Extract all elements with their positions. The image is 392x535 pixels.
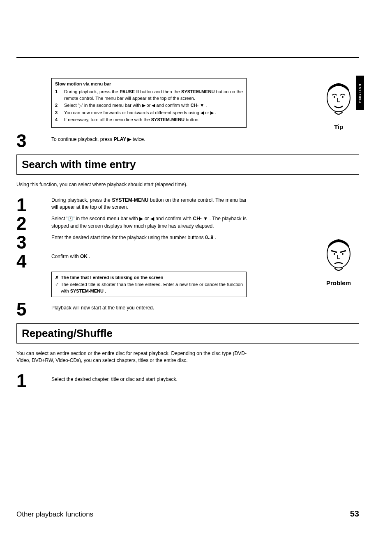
cross-icon: ✗ (55, 274, 61, 281)
tip-illustration: Tip (318, 78, 359, 133)
text-fragment: . (213, 235, 216, 240)
content-area: Slow motion via menu bar 1 During playba… (16, 78, 359, 391)
check-icon: ✓ (55, 281, 61, 288)
face-icon (322, 234, 355, 275)
step-text: Confirm with OK . (51, 253, 247, 270)
text-fragment: To continue playback, press (51, 136, 113, 142)
tip-step-number: 2 (55, 102, 64, 109)
tip-box-title: Slow motion via menu bar (55, 81, 243, 87)
text-fragment: Enter the desired start time for the pla… (51, 235, 205, 240)
text-fragment: Confirm with (51, 254, 80, 259)
page: ENGLISH Slow motion via menu bar 1 Durin… (0, 0, 392, 535)
text-fragment: During playback, press the (64, 89, 120, 94)
problem-title: The time that I entered is blinking on t… (61, 274, 163, 281)
text-fragment: During playback, press the (51, 197, 112, 203)
step-number: 3 (16, 133, 26, 149)
tip-box: Slow motion via menu bar 1 During playba… (51, 78, 247, 128)
button-label: PAUSE II (120, 89, 139, 94)
button-label: SYSTEM-MENU (151, 117, 184, 122)
tip-step-text: If necessary, turn off the menu line wit… (64, 117, 243, 123)
step-number: 3 (16, 234, 26, 251)
button-label: 0..9 (205, 235, 213, 240)
text-fragment: ' in the second menu bar with ▶ or ◀ and… (82, 103, 191, 108)
step-text: Playback will now start at the time you … (51, 301, 247, 318)
problem-caption: Problem (318, 279, 359, 286)
page-number: 53 (350, 509, 359, 519)
step-text: Select the desired chapter, title or dis… (51, 373, 247, 389)
step-number: 2 (16, 215, 26, 232)
tip-caption: Tip (318, 123, 359, 130)
section-heading-box: Search with time entry (16, 155, 359, 175)
page-footer: Other playback functions 53 (16, 509, 359, 519)
tip-step-text: Select '▷' in the second menu bar with ▶… (64, 102, 243, 109)
text-fragment: Select ' (51, 216, 67, 221)
button-label: CH- ▼ (193, 216, 208, 221)
face-icon (322, 78, 355, 119)
svg-point-2 (342, 96, 344, 98)
tip-step-number: 4 (55, 117, 64, 123)
text-fragment: Select ' (64, 103, 79, 108)
step-text: Enter the desired start time for the pla… (51, 234, 247, 251)
step-number: 4 (16, 253, 26, 270)
step-number: 5 (16, 301, 26, 318)
step-text: Select '🕐' in the second menu bar with ▶… (51, 215, 247, 232)
text-fragment: . (104, 288, 106, 293)
tip-step-text: You can now move forwards or backwards a… (64, 110, 243, 116)
text-fragment: . (88, 254, 90, 259)
tip-step-number: 1 (55, 89, 64, 101)
section-heading-box: Repeating/Shuffle (16, 323, 359, 344)
tip-step-text: During playback, press the PAUSE II butt… (64, 89, 243, 101)
text-fragment: ' in the second menu bar with ▶ or ◀ and… (74, 216, 193, 221)
svg-point-4 (334, 253, 335, 255)
tip-step-number: 3 (55, 110, 64, 116)
button-label: CH- ▼ (191, 103, 205, 108)
section-heading: Repeating/Shuffle (22, 327, 354, 340)
section-heading: Search with time entry (22, 158, 354, 171)
problem-box: ✗ The time that I entered is blinking on… (51, 272, 247, 297)
button-label: PLAY ▶ (113, 136, 131, 142)
step-number: 1 (16, 197, 26, 213)
play-outline-icon: ▷ (79, 103, 82, 109)
problem-illustration: Problem (318, 234, 359, 301)
clock-icon: 🕐 (67, 215, 74, 222)
section-intro: You can select an entire section or the … (16, 350, 247, 364)
step-number: 1 (16, 373, 26, 389)
button-label: OK (80, 254, 88, 259)
section-intro: Using this function, you can select wher… (16, 181, 359, 188)
text-fragment: twice. (131, 136, 145, 142)
step-text: To continue playback, press PLAY ▶ twice… (51, 133, 247, 149)
text-fragment: button. (184, 117, 200, 122)
button-label: SYSTEM-MENU (70, 288, 104, 293)
text-fragment: button and then the (139, 89, 181, 94)
svg-point-1 (334, 96, 335, 98)
step-text: During playback, press the SYSTEM-MENU b… (51, 197, 247, 213)
horizontal-rule (16, 57, 359, 58)
text-fragment: . (204, 103, 207, 108)
button-label: SYSTEM-MENU (112, 197, 149, 203)
footer-section-title: Other playback functions (16, 510, 93, 519)
problem-answer: The selected title is shorter than the t… (61, 281, 243, 294)
button-label: SYSTEM-MENU (181, 89, 214, 94)
svg-point-5 (342, 253, 344, 255)
text-fragment: If necessary, turn off the menu line wit… (64, 117, 151, 122)
